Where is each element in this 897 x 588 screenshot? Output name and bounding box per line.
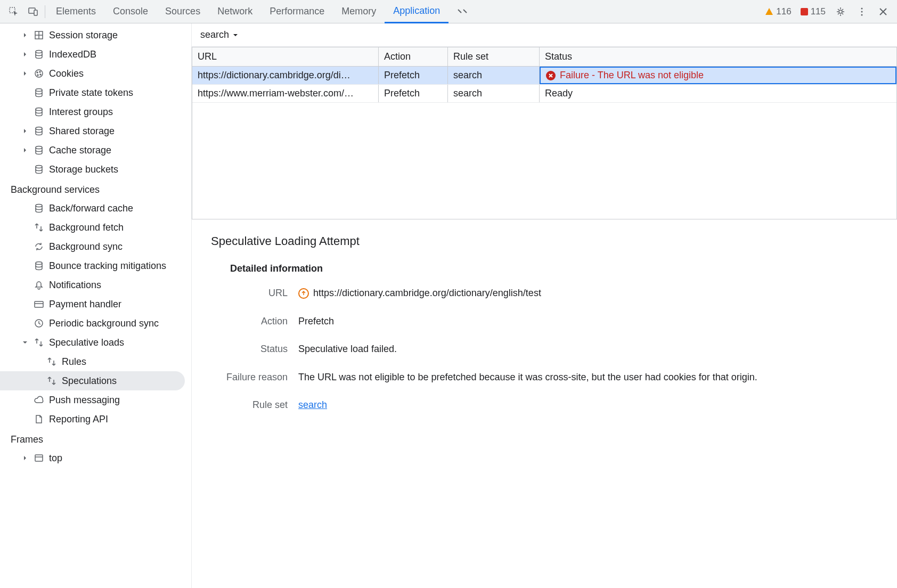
sidebar-item-label: Bounce tracking mitigations [49, 260, 166, 272]
filter-label: search [200, 29, 229, 40]
sidebar-item-label: Background sync [49, 241, 123, 252]
expand-arrow-icon[interactable] [21, 70, 29, 77]
sidebar-item-push-messaging[interactable]: Push messaging [0, 390, 191, 410]
th-ruleset[interactable]: Rule set [448, 47, 540, 66]
sidebar-item-periodic-background-sync[interactable]: Periodic background sync [0, 314, 191, 333]
db-icon [33, 125, 45, 137]
cell-status: Failure - The URL was not eligible [540, 67, 896, 84]
sidebar-item-session-storage[interactable]: Session storage [0, 26, 191, 45]
detail-action-value: Prefetch [298, 313, 878, 330]
ruleset-filter[interactable]: search [200, 29, 239, 40]
sidebar-item-payment-handler[interactable]: Payment handler [0, 295, 191, 314]
expand-arrow-icon[interactable] [21, 127, 29, 135]
sidebar-item-background-sync[interactable]: Background sync [0, 237, 191, 256]
errors-badge[interactable]: 115 [797, 6, 829, 17]
cell-action: Prefetch [379, 67, 448, 84]
more-tabs-icon[interactable] [449, 0, 476, 23]
sidebar-item-label: Periodic background sync [49, 318, 159, 329]
clock-icon [33, 317, 45, 329]
expand-arrow-icon[interactable] [21, 31, 29, 39]
sidebar-item-speculative-loads[interactable]: Speculative loads [0, 333, 191, 352]
sidebar-item-storage-buckets[interactable]: Storage buckets [0, 160, 191, 179]
detail-reason-row: Failure reason The URL was not eligible … [211, 369, 878, 386]
th-url[interactable]: URL [192, 47, 379, 66]
svg-point-19 [36, 166, 42, 168]
details-section: Detailed information [211, 263, 878, 274]
expand-arrow-icon[interactable] [21, 146, 29, 154]
filter-bar: search [192, 23, 897, 47]
svg-point-4 [839, 10, 842, 13]
db-icon [33, 48, 45, 60]
th-status[interactable]: Status [540, 47, 896, 66]
application-sidebar[interactable]: Session storageIndexedDBCookiesPrivate s… [0, 23, 192, 588]
fetch-icon [46, 375, 58, 387]
sidebar-item-bounce-tracking-mitigations[interactable]: Bounce tracking mitigations [0, 256, 191, 275]
tab-performance[interactable]: Performance [261, 0, 333, 23]
settings-icon[interactable] [831, 2, 850, 21]
db-icon [33, 202, 45, 214]
svg-point-13 [37, 75, 38, 76]
sidebar-item-background-fetch[interactable]: Background fetch [0, 218, 191, 237]
window-icon [33, 452, 45, 464]
sidebar-item-cache-storage[interactable]: Cache storage [0, 141, 191, 160]
table-row[interactable]: https://dictionary.cambridge.org/di…Pref… [192, 67, 896, 85]
sidebar-item-notifications[interactable]: Notifications [0, 275, 191, 295]
sidebar-item-label: Session storage [49, 30, 118, 41]
section-frames: Frames [0, 429, 191, 448]
device-toggle-icon[interactable] [23, 2, 43, 21]
svg-point-11 [37, 72, 38, 73]
expand-arrow-icon[interactable] [21, 51, 29, 58]
sidebar-item-label: Interest groups [49, 107, 113, 118]
sidebar-item-label: Notifications [49, 280, 101, 291]
warnings-badge[interactable]: 116 [761, 6, 794, 17]
db-icon [33, 144, 45, 156]
cell-url: https://dictionary.cambridge.org/di… [192, 67, 379, 84]
chevron-down-icon [232, 32, 239, 38]
sidebar-item-label: Background fetch [49, 222, 124, 233]
sidebar-item-private-state-tokens[interactable]: Private state tokens [0, 83, 191, 102]
toolbar-right: 116 115 [761, 2, 893, 21]
sidebar-item-label: IndexedDB [49, 49, 96, 60]
kebab-menu-icon[interactable] [852, 2, 871, 21]
warnings-count: 116 [776, 6, 791, 17]
sidebar-item-label: Reporting API [49, 414, 108, 425]
svg-point-16 [36, 108, 42, 111]
th-action[interactable]: Action [379, 47, 448, 66]
sidebar-item-indexeddb[interactable]: IndexedDB [0, 45, 191, 64]
sidebar-item-top[interactable]: top [0, 448, 191, 468]
ruleset-link[interactable]: search [298, 399, 327, 410]
table-header: URL Action Rule set Status [192, 47, 896, 67]
table-row[interactable]: https://www.merriam-webster.com/…Prefetc… [192, 85, 896, 103]
db-icon [33, 260, 45, 272]
svg-point-20 [36, 205, 42, 207]
detail-action-row: Action Prefetch [211, 313, 878, 330]
panel-tabs: Elements Console Sources Network Perform… [47, 0, 476, 23]
svg-rect-3 [801, 8, 808, 15]
sidebar-item-reporting-api[interactable]: Reporting API [0, 410, 191, 429]
expand-arrow-icon[interactable] [21, 454, 29, 462]
tab-sources[interactable]: Sources [157, 0, 209, 23]
close-icon[interactable] [874, 2, 893, 21]
expand-arrow-icon[interactable] [21, 339, 29, 346]
separator [45, 5, 45, 18]
sidebar-item-speculations[interactable]: Speculations [0, 371, 185, 390]
svg-point-6 [861, 11, 863, 12]
sidebar-item-label: Payment handler [49, 299, 121, 310]
svg-point-5 [861, 7, 863, 9]
sidebar-item-shared-storage[interactable]: Shared storage [0, 121, 191, 141]
tab-memory[interactable]: Memory [333, 0, 385, 23]
tab-elements[interactable]: Elements [47, 0, 104, 23]
db-icon [33, 87, 45, 99]
tab-network[interactable]: Network [209, 0, 261, 23]
db-icon [33, 106, 45, 118]
tab-console[interactable]: Console [104, 0, 157, 23]
sidebar-item-rules[interactable]: Rules [0, 352, 191, 371]
inspect-icon[interactable] [4, 2, 23, 21]
sidebar-item-cookies[interactable]: Cookies [0, 64, 191, 83]
sidebar-item-label: Storage buckets [49, 164, 118, 175]
sidebar-item-interest-groups[interactable]: Interest groups [0, 102, 191, 121]
svg-rect-22 [35, 301, 43, 307]
sidebar-item-back-forward-cache[interactable]: Back/forward cache [0, 199, 191, 218]
tab-application[interactable]: Application [385, 0, 449, 23]
svg-point-9 [36, 51, 42, 53]
